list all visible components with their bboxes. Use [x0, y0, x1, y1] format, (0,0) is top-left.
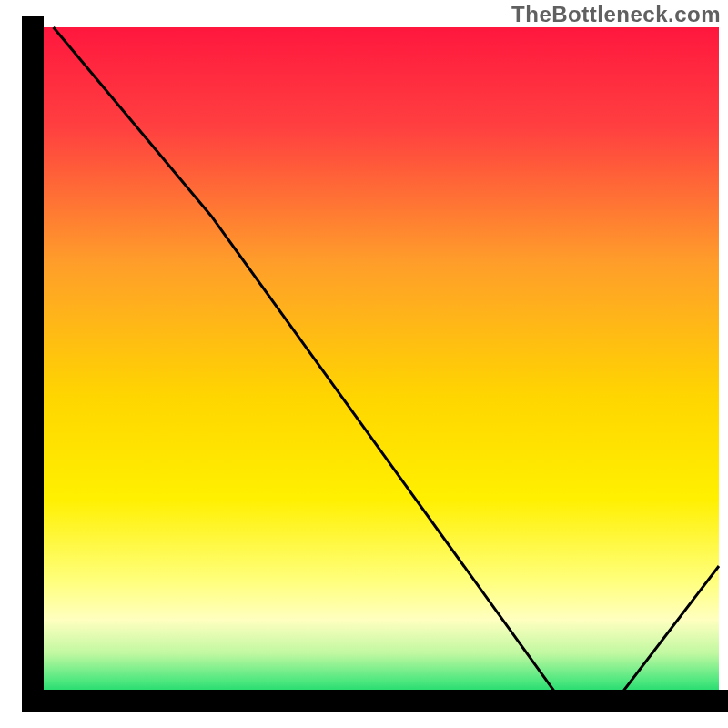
- bottleneck-chart: [0, 0, 728, 728]
- chart-container: TheBottleneck.com: [0, 0, 728, 728]
- gradient-background: [33, 27, 719, 701]
- plot-area: [33, 27, 719, 707]
